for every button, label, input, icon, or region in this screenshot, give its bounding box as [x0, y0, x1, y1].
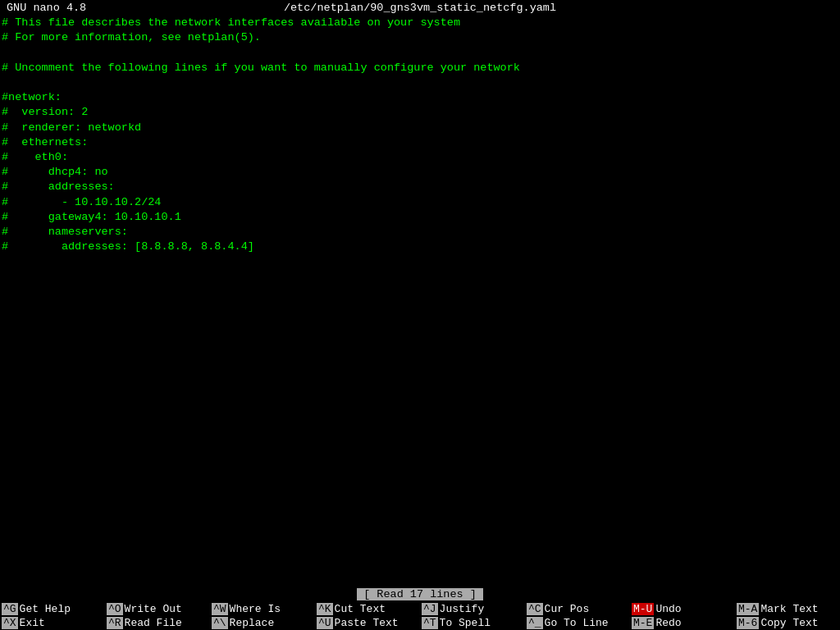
shortcut-item[interactable]: ^OWrite Out: [105, 603, 210, 615]
shortcut-item[interactable]: ^JJustify: [420, 603, 525, 615]
shortcut-item[interactable]: ^XExit: [0, 617, 105, 629]
shortcut-label: Cut Text: [335, 603, 386, 615]
shortcut-key: M-U: [632, 603, 654, 615]
shortcut-item[interactable]: M-UUndo: [630, 603, 735, 615]
editor-line: # eth0:: [2, 150, 838, 165]
editor-area[interactable]: # This file describes the network interf…: [0, 16, 840, 587]
shortcut-label: Mark Text: [760, 603, 818, 615]
shortcut-key: ^X: [2, 617, 18, 629]
shortcut-key: ^T: [422, 617, 438, 629]
editor-line: # Uncomment the following lines if you w…: [2, 61, 838, 75]
shortcut-label: Go To Line: [545, 617, 609, 629]
editor-line: # addresses:: [2, 180, 838, 194]
shortcut-key: ^_: [527, 617, 543, 629]
shortcut-item[interactable]: M-ERedo: [630, 617, 735, 629]
shortcut-label: Write Out: [125, 603, 182, 615]
shortcut-bar-2: ^XExit^RRead File^\Replace^UPaste Text^T…: [0, 616, 840, 630]
shortcut-key: ^O: [107, 603, 123, 615]
shortcut-label: Exit: [20, 617, 45, 629]
shortcut-bar-1: ^GGet Help^OWrite Out^WWhere Is^KCut Tex…: [0, 602, 840, 616]
shortcut-label: To Spell: [440, 617, 491, 629]
editor-line: # version: 2: [2, 105, 838, 120]
shortcut-label: Cur Pos: [545, 603, 590, 615]
editor-line: # This file describes the network interf…: [2, 16, 838, 30]
shortcut-key: M-A: [737, 603, 759, 615]
status-message: [ Read 17 lines ]: [357, 588, 483, 600]
shortcut-label: Where Is: [230, 603, 281, 615]
shortcut-label: Copy Text: [760, 617, 818, 629]
shortcut-item[interactable]: ^_Go To Line: [525, 617, 630, 629]
editor-line: # For more information, see netplan(5).: [2, 30, 838, 45]
status-bar: [ Read 17 lines ]: [0, 587, 840, 602]
shortcut-item[interactable]: ^WWhere Is: [210, 603, 315, 615]
shortcut-item[interactable]: ^GGet Help: [0, 603, 105, 615]
shortcut-item[interactable]: ^RRead File: [105, 617, 210, 629]
shortcut-item[interactable]: M-6Copy Text: [735, 617, 840, 629]
shortcut-key: ^G: [2, 603, 18, 615]
editor-line: [2, 45, 838, 60]
editor-line: [2, 75, 838, 90]
editor-line: # ethernets:: [2, 135, 838, 150]
shortcut-label: Replace: [230, 617, 275, 629]
shortcut-key: ^J: [422, 603, 438, 615]
shortcut-item[interactable]: ^UPaste Text: [315, 617, 420, 629]
editor-line: # gateway4: 10.10.10.1: [2, 210, 838, 225]
shortcut-key: M-6: [737, 617, 759, 629]
shortcut-key: ^\: [212, 617, 228, 629]
editor-line: #network:: [2, 90, 838, 105]
editor-line: # - 10.10.10.2/24: [2, 195, 838, 210]
editor-line: # nameservers:: [2, 225, 838, 240]
shortcut-key: M-E: [632, 617, 654, 629]
shortcut-item[interactable]: ^\Replace: [210, 617, 315, 629]
shortcut-label: Read File: [125, 617, 182, 629]
shortcut-item[interactable]: ^CCur Pos: [525, 603, 630, 615]
shortcut-item[interactable]: ^KCut Text: [315, 603, 420, 615]
editor-line: # addresses: [8.8.8.8, 8.8.4.4]: [2, 240, 838, 254]
shortcut-key: ^K: [317, 603, 333, 615]
editor-line: # renderer: networkd: [2, 121, 838, 135]
shortcut-label: Redo: [655, 617, 681, 629]
shortcut-label: Get Help: [20, 603, 71, 615]
shortcut-label: Undo: [655, 603, 681, 615]
shortcut-key: ^U: [317, 617, 333, 629]
shortcut-label: Paste Text: [335, 617, 399, 629]
shortcut-label: Justify: [440, 603, 485, 615]
shortcut-item[interactable]: ^TTo Spell: [420, 617, 525, 629]
file-path: /etc/netplan/90_gns3vm_static_netcfg.yam…: [284, 2, 556, 14]
shortcut-item[interactable]: M-AMark Text: [735, 603, 840, 615]
shortcut-key: ^W: [212, 603, 228, 615]
shortcut-key: ^R: [107, 617, 123, 629]
title-bar: GNU nano 4.8 /etc/netplan/90_gns3vm_stat…: [0, 0, 840, 16]
editor-line: # dhcp4: no: [2, 165, 838, 180]
shortcut-key: ^C: [527, 603, 543, 615]
app-name: GNU nano 4.8: [7, 2, 86, 14]
